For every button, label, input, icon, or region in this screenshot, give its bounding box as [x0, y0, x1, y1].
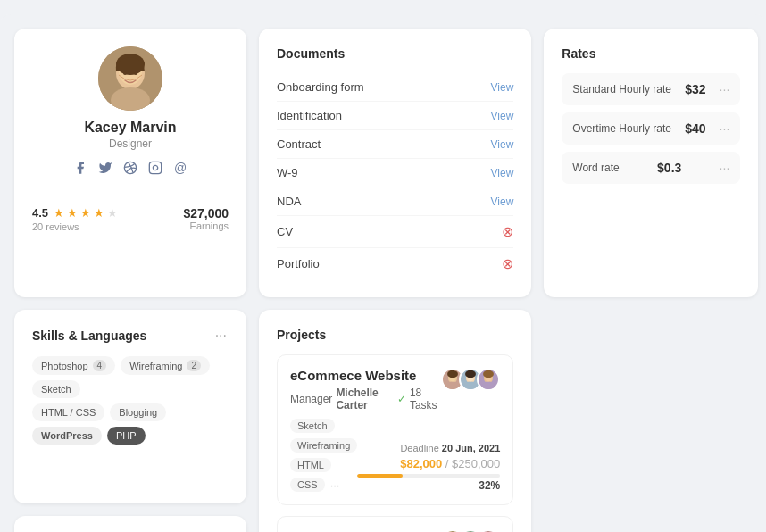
svg-point-6 — [134, 71, 137, 75]
main-container: Kacey Marvin Designer @ 4.5 ★ ★ — [0, 14, 766, 532]
star-5: ★ — [107, 206, 118, 220]
doc-view-onboarding[interactable]: View — [491, 81, 514, 94]
skills-more-button[interactable]: ··· — [213, 328, 229, 344]
svg-point-5 — [123, 71, 127, 75]
project-item-ecommerce: eCommece Website Manager Michelle Carter… — [277, 354, 513, 505]
project-ecommerce-avatars — [441, 368, 500, 391]
star-2: ★ — [67, 206, 78, 220]
doc-name-cv: CV — [277, 225, 293, 238]
rate-more-overtime[interactable]: ··· — [720, 121, 730, 136]
rate-value-overtime: $40 — [685, 121, 705, 136]
svg-point-17 — [465, 370, 476, 378]
project-ecommerce-tasks: 18 Tasks — [410, 387, 441, 411]
skills-header: Skills & Languages ··· — [32, 328, 229, 344]
doc-name-w9: W-9 — [277, 166, 298, 179]
instagram-icon[interactable] — [146, 159, 164, 177]
tag-photoshop-badge: 4 — [93, 360, 107, 371]
tag-html-css-label: HTML / CSS — [41, 407, 96, 418]
doc-missing-cv: ⊗ — [502, 223, 513, 240]
rate-value-word: $0.3 — [657, 161, 681, 175]
doc-view-nda[interactable]: View — [491, 195, 514, 208]
doc-row-cv: CV ⊗ — [277, 216, 513, 248]
budget-used-1: $82,000 — [400, 457, 442, 470]
svg-point-21 — [483, 370, 494, 378]
doc-name-contract: Contract — [277, 137, 321, 151]
projects-card: Projects eCommece Website Manager Michel… — [259, 310, 531, 532]
dribbble-icon[interactable] — [121, 159, 139, 177]
reviews-label: 20 reviews — [32, 221, 79, 232]
svg-point-15 — [464, 382, 478, 391]
skills-tags-row-2: HTML / CSS Blogging WordPress PHP — [32, 403, 229, 445]
ptag-more-1[interactable]: ··· — [330, 478, 340, 492]
documents-title: Documents — [277, 46, 345, 61]
doc-name-identification: Identification — [277, 109, 342, 122]
profile-role: Designer — [109, 137, 152, 150]
social-icons: @ — [71, 159, 189, 177]
project-ecommerce-right: Deadline 20 Jun, 2021 $82,000 / $250,000… — [357, 443, 500, 492]
earnings-value: $27,000 — [183, 206, 229, 220]
tag-photoshop[interactable]: Photoshop 4 — [32, 356, 115, 375]
ptag-css-1[interactable]: CSS — [290, 478, 325, 492]
profile-stats: 4.5 ★ ★ ★ ★ ★ 20 reviews $27,000 Earning… — [32, 195, 229, 232]
rate-label-word: Word rate — [572, 162, 619, 174]
tag-sketch[interactable]: Sketch — [32, 380, 80, 398]
project-ecommerce-bottom: Sketch Wireframing HTML CSS ··· Deadline… — [290, 419, 500, 492]
doc-name-nda: NDA — [277, 195, 301, 208]
tag-wireframing[interactable]: Wireframing 2 — [121, 356, 210, 375]
tag-blogging[interactable]: Blogging — [110, 403, 166, 421]
email-icon[interactable]: @ — [171, 159, 189, 177]
rate-more-standard[interactable]: ··· — [720, 82, 730, 96]
tag-sketch-label: Sketch — [41, 384, 71, 395]
projects-header: Projects — [277, 328, 513, 342]
doc-row-w9: W-9 View — [277, 159, 513, 187]
doc-name-portfolio: Portfolio — [277, 257, 320, 270]
profile-card: Kacey Marvin Designer @ 4.5 ★ ★ — [14, 29, 246, 297]
doc-view-w9[interactable]: View — [491, 167, 514, 179]
doc-row-contract: Contract View — [277, 130, 513, 159]
rate-more-word[interactable]: ··· — [720, 161, 730, 175]
tag-php[interactable]: PHP — [107, 427, 146, 445]
doc-row-nda: NDA View — [277, 187, 513, 216]
rate-row-word: Word rate $0.3 ··· — [562, 152, 740, 184]
tag-wireframing-badge: 2 — [187, 360, 201, 371]
rates-header: Rates — [562, 46, 740, 61]
skills-tags-row-1: Photoshop 4 Wireframing 2 Sketch — [32, 356, 229, 398]
availability-card: Availability ··· 13 Aug - 16 Aug Vacatio… — [14, 516, 246, 533]
twitter-icon[interactable] — [96, 159, 114, 177]
documents-header: Documents — [277, 46, 513, 61]
documents-list: Onboarding form View Identification View… — [277, 73, 513, 279]
doc-missing-portfolio: ⊗ — [502, 255, 513, 272]
svg-point-19 — [482, 382, 495, 391]
facebook-icon[interactable] — [71, 159, 89, 177]
projects-title: Projects — [277, 328, 326, 342]
project-item-abtesting: A/B testing platform Manager Sara Cox ✓ … — [277, 516, 513, 532]
tag-php-label: PHP — [116, 430, 137, 441]
svg-rect-8 — [149, 162, 161, 173]
project-ecommerce-tags: Sketch Wireframing HTML CSS ··· — [290, 419, 357, 492]
ptag-sketch-1[interactable]: Sketch — [290, 419, 335, 433]
rating-stat: 4.5 ★ ★ ★ ★ ★ 20 reviews — [32, 206, 118, 232]
ptag-html-1[interactable]: HTML — [290, 458, 331, 472]
rating-value: 4.5 — [32, 206, 48, 220]
manager-label-1: Manager — [290, 393, 332, 405]
progress-bar-fill-1 — [357, 474, 403, 478]
doc-row-identification: Identification View — [277, 102, 513, 130]
documents-card: Documents Onboarding form View Identific… — [259, 29, 531, 297]
tag-wordpress[interactable]: WordPress — [32, 427, 102, 445]
project-ecommerce-meta: Manager Michelle Carter ✓ 18 Tasks — [290, 387, 441, 411]
tag-html-css[interactable]: HTML / CSS — [32, 403, 104, 421]
doc-view-contract[interactable]: View — [491, 138, 514, 151]
deadline-val-1: 20 Jun, 2021 — [442, 443, 500, 453]
tag-wordpress-label: WordPress — [41, 430, 93, 441]
doc-name-onboarding: Onboarding form — [277, 80, 364, 94]
rates-card: Rates Standard Hourly rate $32 ··· Overt… — [544, 29, 758, 297]
doc-view-identification[interactable]: View — [491, 110, 514, 122]
skills-card: Skills & Languages ··· Photoshop 4 Wiref… — [14, 310, 246, 503]
skills-title: Skills & Languages — [32, 328, 146, 343]
svg-point-11 — [446, 382, 460, 391]
svg-point-13 — [447, 370, 458, 378]
rates-title: Rates — [562, 46, 595, 61]
project-ecommerce-deadline: Deadline 20 Jun, 2021 — [400, 443, 500, 453]
ptag-wireframing-1[interactable]: Wireframing — [290, 438, 357, 453]
star-rating: 4.5 ★ ★ ★ ★ ★ — [32, 206, 118, 220]
